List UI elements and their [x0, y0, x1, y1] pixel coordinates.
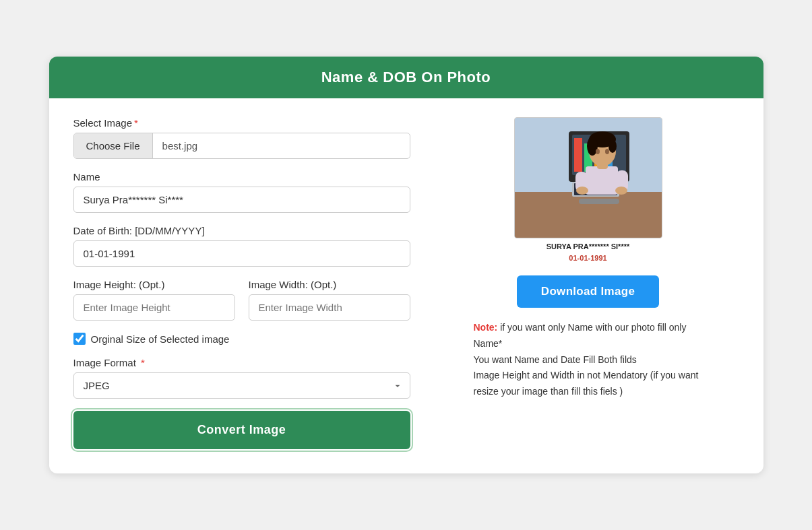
- image-width-label: Image Width: (Opt.): [249, 279, 410, 290]
- preview-image: [514, 117, 662, 238]
- image-width-input[interactable]: [249, 294, 410, 321]
- note-section: Note: if you want only Name with our pho…: [474, 320, 703, 400]
- left-panel: Select Image* Choose File best.jpg Name …: [73, 117, 410, 449]
- dimensions-row: Image Height: (Opt.) Image Width: (Opt.): [73, 279, 410, 321]
- page-title: Name & DOB On Photo: [49, 57, 763, 98]
- name-label: Name: [73, 171, 410, 183]
- name-field: Name: [73, 171, 410, 213]
- dob-input[interactable]: [73, 240, 410, 267]
- image-height-field: Image Height: (Opt.): [73, 279, 235, 321]
- select-image-field: Select Image* Choose File best.jpg: [73, 117, 410, 159]
- image-format-label: Image Format *: [73, 357, 410, 368]
- original-size-label[interactable]: Orginal Size of Selected image: [91, 333, 230, 345]
- image-caption: SURYA PRA******* SI**** 01-01-1991: [546, 241, 630, 263]
- image-height-label: Image Height: (Opt.): [73, 279, 235, 290]
- image-format-field: Image Format * JPEG PNG WEBP BMP: [73, 357, 410, 399]
- svg-rect-10: [586, 166, 618, 195]
- svg-point-13: [576, 187, 588, 195]
- preview-container: SURYA PRA******* SI**** 01-01-1991: [514, 117, 662, 263]
- download-image-button[interactable]: Download Image: [517, 275, 659, 308]
- image-height-input[interactable]: [73, 294, 235, 321]
- preview-svg: [515, 118, 662, 238]
- svg-point-21: [605, 149, 609, 154]
- select-image-label: Select Image*: [73, 117, 410, 129]
- right-panel: SURYA PRA******* SI**** 01-01-1991 Downl…: [437, 117, 739, 449]
- choose-file-button[interactable]: Choose File: [74, 133, 153, 158]
- original-size-row: Orginal Size of Selected image: [73, 333, 410, 345]
- dob-field: Date of Birth: [DD/MM/YYYY]: [73, 225, 410, 267]
- image-width-field: Image Width: (Opt.): [249, 279, 410, 321]
- note-text2: You want Name and Date Fill Both filds: [474, 354, 637, 365]
- svg-point-20: [596, 149, 600, 154]
- name-input[interactable]: [73, 187, 410, 213]
- file-input-wrapper: Choose File best.jpg: [73, 133, 410, 159]
- svg-point-19: [608, 139, 617, 153]
- svg-point-14: [615, 187, 627, 195]
- original-size-checkbox[interactable]: [73, 333, 86, 345]
- note-text3: Image Height and Width in not Mendatory …: [474, 370, 699, 397]
- svg-rect-3: [574, 138, 582, 172]
- note-label: Note:: [474, 322, 498, 333]
- image-format-select[interactable]: JPEG PNG WEBP BMP: [73, 372, 410, 399]
- dob-label: Date of Birth: [DD/MM/YYYY]: [73, 225, 410, 236]
- main-card: Name & DOB On Photo Select Image* Choose…: [49, 57, 763, 473]
- file-name-display: best.jpg: [153, 133, 410, 158]
- convert-image-button[interactable]: Convert Image: [73, 411, 410, 449]
- svg-rect-22: [579, 199, 619, 204]
- note-text1: if you want only Name with our photo fil…: [474, 322, 687, 349]
